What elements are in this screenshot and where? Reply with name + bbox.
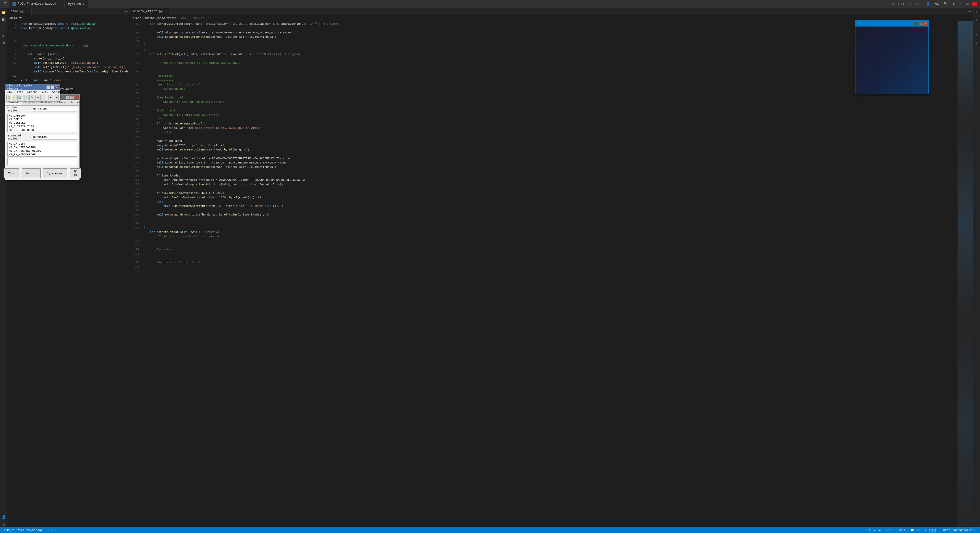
tab-app-title[interactable]: P PyQt-Frameless-Window ✕: [10, 0, 64, 8]
trw-minimize-btn[interactable]: ─: [914, 22, 918, 26]
status-indent-label: 4 个缩进: [924, 528, 936, 532]
tab-window-effect-close[interactable]: ✕: [165, 10, 167, 13]
tab-pyside6[interactable]: PySide6 ∨: [65, 0, 88, 8]
right-sidebar-panel1[interactable]: ≡: [974, 10, 979, 15]
activity-explorer[interactable]: 📁: [1, 10, 6, 15]
tab-window-effect-label: window_effect.py: [133, 10, 162, 13]
pi-synchronize-button[interactable]: Synchronize: [43, 168, 67, 178]
spy-window: Microsoft Spy++ - Windows 1 ─ □ ✕ Spy Tr…: [5, 84, 60, 101]
pi-style-list[interactable]: WS_CAPTION WS_POPUP WS_VISIBLE WS_CLIPSI…: [7, 114, 77, 132]
right-sidebar-panel2[interactable]: ≡: [974, 17, 979, 23]
search-titlebar-btn[interactable]: 🔍: [942, 2, 949, 6]
spy-menu-search[interactable]: Search: [25, 90, 40, 94]
activity-account[interactable]: 👤: [1, 514, 6, 520]
pi-extended-styles-input[interactable]: [32, 135, 77, 140]
status-indent[interactable]: 4 个缩进: [924, 528, 937, 532]
minimap[interactable]: [958, 21, 973, 527]
spy-tool-find[interactable]: 🔍: [24, 95, 29, 100]
editor-right-tabbar: window_effect.py ✕ ⋯: [130, 8, 973, 15]
spy-tool-messages[interactable]: 📨: [41, 95, 46, 100]
pi-style-ws-visible[interactable]: WS_VISIBLE: [8, 121, 77, 125]
pi-ext-ws-ex-ltrreading[interactable]: WS_EX_LTRREADING: [8, 146, 77, 149]
pi-maximize-btn[interactable]: □: [70, 96, 74, 99]
trw-close-btn[interactable]: ✕: [923, 22, 928, 26]
spy-menubar: Spy Tree Search View Window Help: [5, 90, 60, 94]
activity-source-control[interactable]: ⎇: [1, 25, 6, 30]
app-close-icon[interactable]: ✕: [59, 2, 60, 6]
pi-style-ws-clipchildren[interactable]: WS_CLIPCHILDREN: [8, 128, 77, 132]
pi-close-title-btn[interactable]: ✕: [74, 96, 78, 99]
editor-split-btn[interactable]: ⋯: [123, 8, 130, 15]
pi-style-ws-popup[interactable]: WS_POPUP: [8, 117, 77, 121]
spy-menu-spy[interactable]: Spy: [5, 90, 14, 94]
maximize-btn[interactable]: □: [965, 2, 970, 6]
right-sidebar-panel3[interactable]: ≡: [974, 25, 979, 30]
spy-menu-help[interactable]: Help: [65, 90, 75, 94]
hamburger-icon[interactable]: ☰: [3, 1, 8, 6]
spy-tool-binoculars[interactable]: 🔭: [30, 95, 35, 100]
spy-tool-save[interactable]: 💾: [18, 95, 22, 100]
pi-tab-windows[interactable]: Windows: [38, 100, 54, 105]
status-notifications[interactable]: ⚠ 3 ✗ 14: [864, 529, 881, 532]
trw-maximize-btn[interactable]: □: [919, 22, 923, 26]
spy-minimize-btn[interactable]: ─: [46, 86, 50, 89]
pi-help-button[interactable]: 帮助: [70, 168, 81, 178]
spy-menu-window[interactable]: Window: [50, 90, 65, 94]
close-btn[interactable]: ✕: [972, 2, 977, 6]
code-area-right[interactable]: 52 82 83 84 ⋮ 85 86 87 89 90 91 92 93 94…: [130, 21, 973, 527]
right-sidebar-panel4[interactable]: ≡: [974, 33, 979, 38]
pi-ext-ws-ex-windowedge[interactable]: WS_EX_WINDOWEDGE: [8, 153, 77, 156]
right-sidebar-panel5[interactable]: ≡: [974, 40, 979, 46]
pi-tab-class[interactable]: Class: [54, 100, 68, 105]
spy-tool-extra1[interactable]: ▶: [48, 95, 53, 100]
pi-ext-ws-ex-left[interactable]: WS_EX_LEFT: [8, 142, 77, 146]
spy-tool-extra2[interactable]: ⏹: [54, 95, 59, 100]
spy-menu-view[interactable]: View: [40, 90, 50, 94]
tab-demo-py[interactable]: demo.py ✕: [7, 8, 32, 15]
spy-tool-open[interactable]: 📂: [12, 95, 17, 100]
settings-btn[interactable]: ⚙: [951, 2, 956, 6]
status-time[interactable]: 22:35: [885, 529, 895, 532]
activity-settings[interactable]: ⚙: [1, 522, 6, 527]
editor-left-tabbar: demo.py ✕ ⋯: [7, 8, 130, 15]
translate-btn[interactable]: Aa: [934, 2, 940, 6]
pi-tab-styles[interactable]: Styles: [22, 100, 38, 105]
python-icon: P: [13, 2, 16, 6]
pi-style-ws-caption[interactable]: WS_CAPTION: [8, 114, 77, 117]
property-inspector: Property Inspector ─ □ ✕ General Styles …: [5, 94, 80, 180]
status-errors[interactable]: ✗ 0 ⚠ 0: [46, 529, 57, 532]
spy-maximize-btn[interactable]: □: [51, 86, 54, 89]
pi-extended-section: Extended Styles: WS_EX_LEFT WS_EX_LTRREA…: [5, 134, 80, 165]
minimize-btn[interactable]: ─: [958, 2, 963, 6]
activity-extensions[interactable]: ⊞: [1, 40, 6, 46]
pi-ext-ws-ex-rightscrollbar[interactable]: WS_EX_RIGHTSCROLLBAR: [8, 149, 77, 153]
activity-search[interactable]: 🔍: [1, 17, 6, 23]
editor-right-split-btn[interactable]: ⋯: [966, 8, 973, 15]
spy-close-btn[interactable]: ✕: [55, 86, 58, 89]
pi-extra-input[interactable]: [7, 158, 77, 165]
activity-debug[interactable]: ▶: [1, 33, 6, 38]
status-app-name[interactable]: Ghost-Downloader-v...: [940, 529, 978, 532]
account-btn[interactable]: 👤: [924, 2, 932, 6]
pi-style-ws-clipsiblings[interactable]: WS_CLIPSIBLINGS: [8, 125, 77, 128]
pi-tab-general[interactable]: General: [5, 100, 22, 105]
pi-ext-style-list[interactable]: WS_EX_LEFT WS_EX_LTRREADING WS_EX_RIGHTS…: [7, 142, 77, 157]
pi-tab-process[interactable]: Process: [68, 100, 85, 105]
pi-close-button[interactable]: Close: [3, 168, 19, 178]
pi-refresh-button[interactable]: Refresh: [22, 168, 41, 178]
spy-menu-tree[interactable]: Tree: [14, 90, 25, 94]
breadcrumb-left: demo.py: [7, 15, 130, 21]
status-encoding[interactable]: UTF-8: [910, 529, 921, 532]
pi-window-styles-input[interactable]: [32, 107, 77, 111]
tab-window-effect[interactable]: window_effect.py ✕: [130, 8, 171, 15]
pi-minimize-btn[interactable]: ─: [66, 96, 70, 99]
notification-btn[interactable]: ⚠ 3 ✗ 14 ⚡ 7 ∧ 1: [887, 2, 923, 6]
spy-tool-properties[interactable]: ⚙: [35, 95, 40, 100]
status-eol[interactable]: CRLF: [898, 529, 907, 532]
tab-demo-py-close[interactable]: ✕: [26, 10, 28, 13]
code-content-right[interactable]: def setAcrylicEffect(self, hWnd, gradien…: [141, 21, 973, 527]
spy-tool-new[interactable]: 📋: [6, 95, 11, 100]
app-title-label: PyQt-Frameless-Window: [18, 2, 56, 6]
status-branch[interactable]: ⎇ PyQt-Frameless-Window: [2, 529, 44, 532]
pi-extended-styles-label: Extended Styles:: [7, 134, 30, 140]
